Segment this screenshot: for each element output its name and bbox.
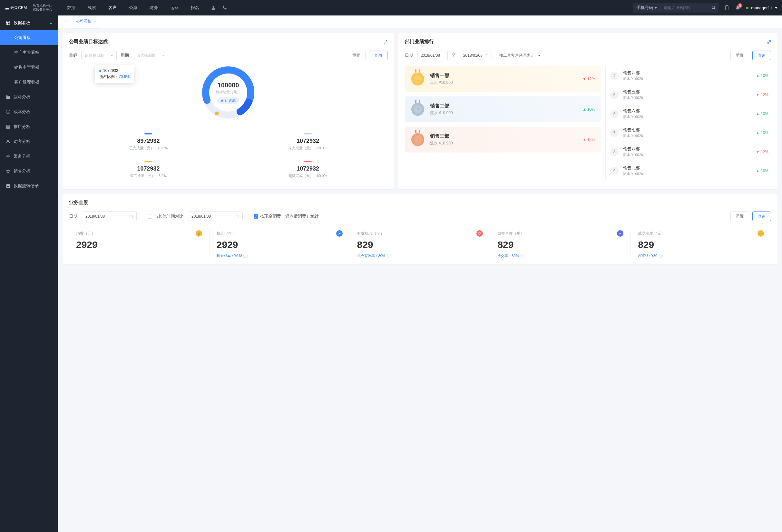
reset-button[interactable]: 重置 [347,50,365,60]
chevron-down-icon [538,55,540,57]
search-box: 手机号码 [633,3,718,12]
goal-card: 公司业绩目标达成 目标 请选择目标 周期 [63,33,394,189]
sidebar-item[interactable]: 访客分析 [0,134,58,149]
legend: 8972932已完成量（元）|70.9%1072932未完成量（元）|20.9%… [69,128,387,183]
sidebar: 数据看板 公司看板推广主管看板销售主管看板客户经理看板 漏斗分析成本分析推广分析… [0,15,58,532]
user-name: manager11 [751,5,772,10]
checkbox-cash[interactable]: ✓ [254,214,258,219]
phone-icon[interactable] [222,5,227,10]
sidebar-sub-item[interactable]: 推广主管看板 [0,45,58,60]
label-date: 日期 [69,213,77,219]
expand-icon[interactable] [384,40,387,44]
metric-item: 成交流水（元）💳829ARPU：¥80 ? [631,230,771,258]
notif-badge: 5 [738,3,742,8]
sidebar-item[interactable]: 成本分析 [0,104,58,119]
donut-chart: 100000 目标总量（元） 已达成 [199,64,257,121]
metric-item: 有效机会（个）🛡829机会有效率：80% ? [350,230,491,258]
topnav-item[interactable]: 运营 [165,0,184,15]
donut-badge: 已达成 [217,97,239,104]
topnav-item[interactable]: 财务 [144,0,163,15]
svg-point-1 [712,6,715,9]
search-button[interactable] [709,5,718,10]
tab-company-dashboard[interactable]: 公司看板 × [72,15,101,28]
svg-rect-10 [130,215,133,218]
rank-top-item[interactable]: 2销售二部流水 ¥10,900▲ 10% [405,96,601,122]
rank-row[interactable]: 8销售八部流水 ¥19020▼ 12% [608,142,771,161]
hamburger-icon[interactable] [61,20,72,24]
bell-icon[interactable]: 5 [735,5,740,10]
metric-item: 消费（元）💰2929 [69,230,210,258]
chevron-up-icon [50,22,52,24]
rank-card: 部门业绩排行 日期 2018/01/08 至 [398,33,778,189]
query-button[interactable]: 查询 [752,50,771,60]
sidebar-sub-item[interactable]: 公司看板 [0,30,58,45]
brand-name: 云朵CRM [10,5,27,11]
legend-item: 1072932未完成量（元）|20.9% [228,128,387,156]
topnav-item[interactable]: 客户 [103,0,122,15]
query-button[interactable]: 查询 [752,212,771,221]
chevron-down-icon [162,55,165,57]
legend-item: 1072932超额完成（元）|89.9% [228,156,387,183]
legend-item: 1072932应完成量（元）|8.9% [69,156,228,183]
tabbar: 公司看板 × [58,15,782,28]
topnav-item[interactable]: 线索 [82,0,101,15]
sidebar-item[interactable]: 推广分析 [0,119,58,134]
overview-title: 业务全景 [69,200,88,206]
date-from[interactable]: 2018/01/08 [417,50,448,60]
checkbox-compare[interactable] [148,214,152,219]
svg-rect-9 [485,55,488,57]
rank-top-item[interactable]: 3销售三部流水 ¥10,900▼ 12% [405,127,601,152]
svg-rect-11 [236,215,239,218]
topnav-item[interactable]: 公海 [124,0,142,15]
sidebar-group-dashboard[interactable]: 数据看板 [0,15,58,30]
sidebar-item[interactable]: 渠道分析 [0,149,58,164]
rank-row[interactable]: 5销售五部流水 ¥19020▼ 12% [608,85,771,104]
rank-row[interactable]: 7销售七部流水 ¥19020▲ 10% [608,123,771,142]
logo: ☁ 云朵CRM 教育机构一站 式服务云平台 [4,4,52,11]
mobile-icon[interactable] [724,5,730,11]
search-input[interactable] [661,5,709,10]
sidebar-item[interactable]: 销售分析 [0,164,58,179]
date-input-2[interactable]: 2018/01/08 [188,212,243,221]
select-target[interactable]: 请选择目标 [81,50,117,60]
svg-point-0 [213,6,214,8]
brand-sub: 教育机构一站 式服务云平台 [30,4,52,11]
close-icon[interactable]: × [94,19,96,24]
expand-icon[interactable] [767,40,771,44]
sidebar-item[interactable]: 漏斗分析 [0,90,58,104]
chevron-down-icon [654,7,657,9]
date-input[interactable]: 2018/01/08 [82,212,137,221]
status-dot [746,7,748,9]
reset-button[interactable]: 重置 [731,212,749,221]
metric-item: 机会（个）➤2929机会成本：¥948 ? [210,230,350,258]
sidebar-sub-item[interactable]: 客户经理看板 [0,75,58,90]
rank-row[interactable]: 6销售六部流水 ¥19020▲ 10% [608,104,771,123]
label-period: 周期 [120,52,129,58]
user-menu[interactable]: manager11 [746,5,778,10]
rank-row[interactable]: 9销售九部流水 ¥19020▲ 10% [608,161,771,180]
overview-card: 业务全景 日期 2018/01/08 与其他时间对比 20 [63,194,778,264]
topnav-item[interactable]: 数据 [62,0,80,15]
date-to[interactable]: 2018/01/08 [460,50,492,60]
reset-button[interactable]: 重置 [731,50,749,60]
label-target: 目标 [69,52,77,58]
topnav-item[interactable]: 报名 [186,0,204,15]
metric-item: 成交单数（单）≡829成交率：80% ? [490,230,631,258]
rank-row[interactable]: 4销售四部流水 ¥19020▲ 10% [608,66,771,85]
chevron-down-icon [111,55,113,57]
select-groupby[interactable]: 按工单客户经理统计 [496,50,544,60]
logo-mark: ☁ [4,5,9,10]
rank-title: 部门业绩排行 [405,39,434,45]
donut-label: 目标总量（元） [216,90,241,95]
sidebar-sub-item[interactable]: 销售主管看板 [0,60,58,75]
user-icon[interactable] [211,5,216,10]
rank-top-item[interactable]: 1销售一部流水 ¥10,900▼ 12% [405,66,601,92]
sidebar-item[interactable]: 数据流转记录 [0,179,58,193]
topbar: ☁ 云朵CRM 教育机构一站 式服务云平台 数据线索客户公海财务运营报名 手机号… [0,0,782,15]
svg-rect-4 [6,21,10,25]
search-type-select[interactable]: 手机号码 [633,5,661,11]
donut-total: 100000 [218,81,239,89]
query-button[interactable]: 查询 [369,50,387,60]
select-period[interactable]: 请选择周期 [133,50,168,60]
chart-tooltip: 1072932 所占比例：70.9% [95,65,134,83]
